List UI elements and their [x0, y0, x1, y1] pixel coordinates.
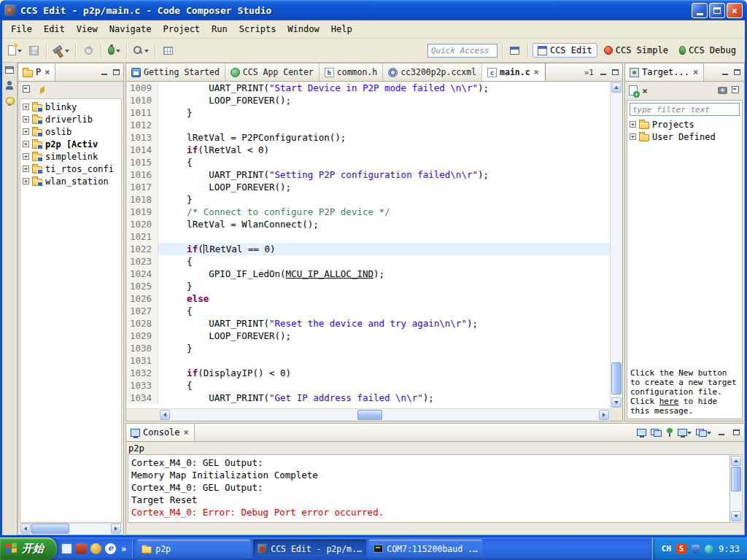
new-button[interactable] — [7, 42, 23, 59]
code-text[interactable]: { — [158, 305, 610, 317]
code-text[interactable]: LOOP_FOREVER(); — [158, 330, 610, 342]
scroll-up-button[interactable] — [611, 82, 622, 93]
expand-icon[interactable]: + — [23, 104, 29, 110]
project-item-wlan_station[interactable]: +wlan_station — [20, 175, 121, 187]
code-text[interactable] — [158, 354, 610, 367]
menu-run[interactable]: Run — [206, 22, 233, 36]
quick-access-input[interactable] — [427, 44, 498, 58]
scroll-down-button[interactable] — [731, 511, 741, 521]
code-line-1015[interactable]: 1015 { — [126, 156, 610, 168]
hidden-tabs-indicator[interactable]: »1 — [582, 68, 596, 77]
menu-edit[interactable]: Edit — [38, 22, 71, 36]
scroll-down-button[interactable] — [611, 397, 622, 408]
code-line-1019[interactable]: 1019 /* Connect to configure P2P device … — [126, 206, 610, 218]
expand-icon[interactable]: + — [23, 166, 29, 172]
code-text[interactable]: GPIO_IF_LedOn(MCU_IP_ALLOC_IND); — [158, 268, 610, 280]
code-line-1009[interactable]: 1009 UART_PRINT("Start Device in P2P mod… — [126, 82, 610, 94]
start-button[interactable]: 开始 — [0, 537, 57, 560]
code-line-1034[interactable]: 1034 UART_PRINT("Get IP address failed \… — [126, 392, 610, 404]
build-button[interactable] — [51, 42, 71, 59]
perspective-ccs-debug[interactable]: CCS Debug — [675, 44, 740, 57]
close-view-icon[interactable]: × — [183, 427, 190, 438]
code-text[interactable]: UART_PRINT("Start Device in P2P mode fai… — [158, 82, 610, 94]
menu-project[interactable]: Project — [158, 22, 206, 36]
tab-console[interactable]: Console × — [126, 424, 195, 441]
collapse-all-icon[interactable] — [732, 86, 740, 95]
minimize-view-button[interactable] — [716, 427, 727, 438]
filter-input[interactable] — [630, 103, 740, 116]
ime-language-indicator[interactable]: CH — [662, 544, 671, 553]
code-text[interactable]: } — [158, 280, 610, 292]
menu-help[interactable]: Help — [325, 22, 358, 36]
expand-icon[interactable]: + — [23, 153, 29, 160]
editor-tab-ccs-app-center[interactable]: CCS App Center — [225, 63, 320, 81]
code-line-1020[interactable]: 1020 lRetVal = WlanConnect(); — [126, 218, 610, 230]
minimize-view-button[interactable] — [98, 67, 109, 78]
scroll-right-button[interactable] — [111, 524, 121, 534]
expand-icon[interactable]: + — [630, 133, 636, 140]
scroll-thumb[interactable] — [611, 362, 622, 394]
scroll-thumb[interactable] — [357, 410, 382, 420]
scroll-left-button[interactable] — [20, 524, 31, 534]
close-tab-icon[interactable]: × — [533, 67, 540, 77]
new-target-configuration-icon[interactable] — [629, 85, 638, 96]
editor-tab-main-c[interactable]: main.c× — [482, 63, 546, 81]
tray-app-icon[interactable] — [705, 545, 713, 553]
code-text[interactable]: } — [158, 342, 610, 354]
minimize-editor-button[interactable] — [597, 67, 608, 78]
perspective-ccs-edit[interactable]: CCS Edit — [533, 43, 597, 58]
display-console-button[interactable] — [678, 429, 692, 437]
open-console-icon[interactable] — [637, 429, 646, 436]
quick-launch-app-icon[interactable] — [76, 543, 87, 554]
menu-file[interactable]: File — [5, 22, 38, 36]
project-item-simplelink[interactable]: +simplelink — [20, 150, 121, 163]
maximize-view-button[interactable] — [732, 67, 743, 78]
open-perspective-button[interactable] — [507, 42, 523, 59]
title-bar[interactable]: CCS Edit - p2p/main.c - Code Composer St… — [0, 0, 747, 20]
code-text[interactable]: lRetVal = P2PConfiguration(); — [158, 131, 610, 144]
search-button[interactable] — [131, 42, 150, 59]
maximize-view-button[interactable] — [111, 67, 122, 78]
code-line-1031[interactable]: 1031 — [126, 354, 610, 367]
scroll-left-button[interactable] — [160, 410, 170, 420]
code-line-1021[interactable]: 1021 — [126, 230, 610, 243]
debug-button[interactable] — [106, 42, 122, 59]
code-text[interactable]: UART_PRINT("Get IP address failed \n\r")… — [158, 392, 610, 404]
code-text[interactable]: LOOP_FOREVER(); — [158, 181, 610, 193]
expand-icon[interactable]: + — [630, 121, 636, 128]
code-line-1030[interactable]: 1030 } — [126, 342, 610, 354]
refresh-button[interactable] — [80, 42, 96, 59]
scroll-thumb[interactable] — [31, 524, 69, 534]
code-line-1012[interactable]: 1012 — [126, 119, 610, 131]
expand-icon[interactable]: + — [23, 141, 29, 147]
tab-project-explorer[interactable]: P × — [18, 63, 55, 81]
code-text[interactable]: lRetVal = WlanConnect(); — [158, 218, 610, 230]
dual-console-icon[interactable] — [651, 429, 662, 437]
internet-explorer-icon[interactable]: e — [105, 543, 116, 554]
menu-view[interactable]: View — [71, 22, 104, 36]
code-text[interactable]: else — [158, 292, 610, 305]
code-text[interactable] — [158, 230, 610, 243]
menu-navigate[interactable]: Navigate — [104, 22, 158, 36]
code-text[interactable]: if(lRetVal == 0) — [158, 243, 610, 255]
show-desktop-icon[interactable] — [61, 543, 72, 554]
save-button[interactable] — [26, 42, 42, 59]
project-item-driverlib[interactable]: +driverlib — [20, 113, 121, 125]
code-text[interactable]: { — [158, 379, 610, 392]
quick-launch-app2-icon[interactable] — [90, 543, 101, 554]
close-window-button[interactable]: × — [727, 3, 743, 18]
project-item-blinky[interactable]: +blinky — [20, 101, 121, 113]
security-tray-icon[interactable] — [692, 545, 700, 553]
code-text[interactable]: { — [158, 255, 610, 268]
user-icon[interactable] — [5, 81, 14, 90]
code-line-1016[interactable]: 1016 UART_PRINT("Setting P2P configurati… — [126, 168, 610, 181]
editor-tab-cc3200p2p-ccxml[interactable]: cc3200p2p.ccxml — [383, 63, 482, 81]
target-tree-projects[interactable]: +Projects — [627, 118, 742, 131]
editor-tab-getting-started[interactable]: Getting Started — [126, 63, 225, 81]
code-text[interactable]: UART_PRINT("Reset the device and try aga… — [158, 317, 610, 330]
maximize-window-button[interactable] — [709, 3, 725, 18]
collapse-all-icon[interactable] — [23, 85, 31, 94]
restore-view-icon[interactable] — [5, 66, 14, 74]
code-text[interactable]: if(lRetVal < 0) — [158, 144, 610, 156]
code-line-1011[interactable]: 1011 } — [126, 106, 610, 119]
